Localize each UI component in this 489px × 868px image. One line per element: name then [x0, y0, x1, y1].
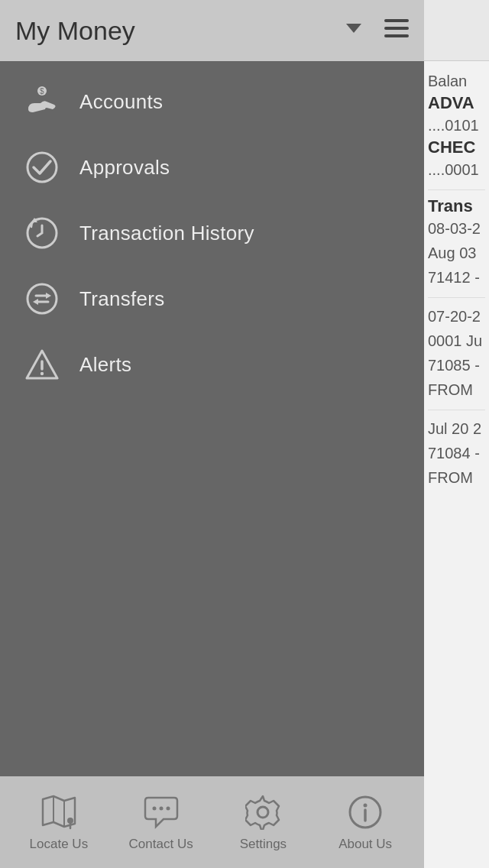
toolbar-item-locate-us[interactable]: Locate Us — [8, 792, 110, 852]
nav-item-alerts[interactable]: Alerts — [0, 332, 424, 397]
svg-point-6 — [28, 153, 57, 182]
trans-section: Trans 08-03-2 Aug 03 71412 - — [428, 189, 485, 290]
nav-list: $ Accounts Approvals — [0, 61, 424, 776]
svg-marker-10 — [46, 293, 51, 299]
chat-icon — [141, 792, 181, 832]
map-icon — [39, 792, 79, 832]
nav-item-approvals[interactable]: Approvals — [0, 134, 424, 200]
svg-point-25 — [364, 804, 368, 808]
entry2c: FROM — [428, 377, 485, 402]
svg-point-9 — [28, 284, 57, 313]
entry3c: FROM — [428, 465, 485, 490]
alerts-label: Alerts — [79, 353, 131, 377]
nav-item-transaction-history[interactable]: Transaction History — [0, 200, 424, 266]
entry2b: 71085 - — [428, 353, 485, 377]
dropdown-icon[interactable] — [343, 18, 364, 44]
contact-us-label: Contact Us — [129, 837, 193, 852]
nav-item-accounts[interactable]: $ Accounts — [0, 69, 424, 134]
trans-section-3: Jul 20 2 71084 - FROM — [428, 410, 485, 490]
approvals-icon — [23, 148, 61, 186]
svg-marker-0 — [346, 24, 361, 33]
svg-point-21 — [159, 807, 163, 811]
navigation-drawer: My Money $ Acc — [0, 0, 424, 868]
toolbar-item-contact-us[interactable]: Contact Us — [110, 792, 212, 852]
svg-point-14 — [40, 372, 44, 375]
svg-rect-2 — [384, 27, 409, 30]
about-us-label: About Us — [338, 837, 392, 852]
accounts-label: Accounts — [79, 90, 163, 114]
transaction-history-label: Transaction History — [79, 222, 254, 245]
drawer-header: My Money — [0, 0, 424, 61]
account-0001: ....0001 — [428, 157, 485, 182]
chec-label: CHEC — [428, 138, 485, 157]
entry3b: 71084 - — [428, 441, 485, 465]
main-header — [424, 0, 489, 61]
transfers-icon — [23, 280, 61, 318]
svg-text:$: $ — [40, 87, 44, 96]
entry2a: 0001 Ju — [428, 329, 485, 353]
main-body: Balan ADVA ....0101 CHEC ....0001 Trans … — [424, 61, 489, 497]
balance-header: Balan — [428, 69, 485, 93]
bottom-toolbar: Locate Us Contact Us — [0, 776, 424, 868]
date2: 07-20-2 — [428, 304, 485, 329]
approvals-label: Approvals — [79, 156, 170, 180]
svg-point-20 — [152, 807, 156, 811]
info-icon — [345, 792, 385, 832]
entry1a: Aug 03 — [428, 241, 485, 265]
settings-label: Settings — [240, 837, 287, 852]
gear-icon — [243, 792, 283, 832]
nav-item-transfers[interactable]: Transfers — [0, 266, 424, 332]
transfers-label: Transfers — [79, 287, 165, 311]
svg-point-23 — [257, 807, 268, 818]
app-title: My Money — [15, 16, 331, 46]
svg-rect-1 — [384, 19, 409, 22]
adva-label: ADVA — [428, 93, 485, 113]
svg-point-22 — [166, 807, 170, 811]
toolbar-item-settings[interactable]: Settings — [212, 792, 315, 852]
svg-marker-11 — [33, 299, 38, 305]
trans-label: Trans — [428, 196, 485, 216]
trans-section-2: 07-20-2 0001 Ju 71085 - FROM — [428, 297, 485, 402]
svg-rect-3 — [384, 34, 409, 37]
alerts-icon — [23, 345, 61, 384]
entry1b: 71412 - — [428, 265, 485, 290]
accounts-icon: $ — [23, 83, 61, 121]
transaction-history-icon — [23, 214, 61, 252]
locate-us-label: Locate Us — [30, 837, 89, 852]
main-content-panel: Balan ADVA ....0101 CHEC ....0001 Trans … — [424, 0, 489, 868]
date1: 08-03-2 — [428, 216, 485, 241]
toolbar-item-about-us[interactable]: About Us — [314, 792, 416, 852]
account-0101: ....0101 — [428, 113, 485, 138]
hamburger-icon[interactable] — [384, 18, 409, 44]
entry3a: Jul 20 2 — [428, 416, 485, 441]
